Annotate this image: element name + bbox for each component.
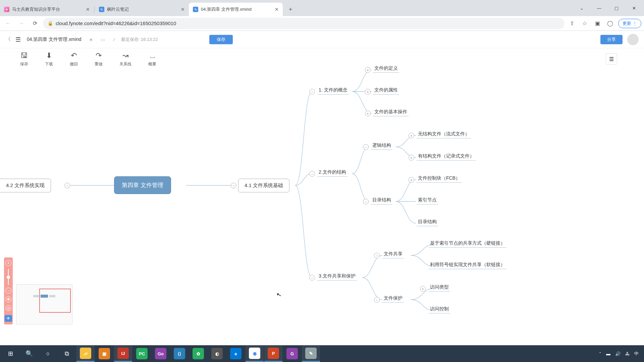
node-n2b2[interactable]: 索引节点 bbox=[417, 197, 438, 204]
new-tab-button[interactable]: + bbox=[285, 4, 296, 15]
nav-back-icon[interactable]: ← bbox=[3, 18, 13, 29]
toolbar-download[interactable]: ⬇下载 bbox=[45, 51, 53, 67]
node-n3a1[interactable]: 基于索引节点的共享方式（硬链接） bbox=[429, 240, 506, 248]
minimap-viewport[interactable] bbox=[39, 289, 71, 313]
node-n3b[interactable]: 文件保护 bbox=[382, 295, 404, 303]
zoom-out-icon[interactable]: − bbox=[5, 288, 11, 294]
node-n2[interactable]: 2.文件的结构 bbox=[317, 169, 347, 177]
taskbar-app-goland[interactable]: Go bbox=[152, 346, 170, 362]
cortana-icon[interactable]: ○ bbox=[39, 346, 57, 362]
zoom-fit-icon[interactable]: ✥ bbox=[5, 296, 11, 302]
node-n2a[interactable]: 逻辑结构 bbox=[371, 142, 392, 150]
taskbar-app-spring[interactable]: ✿ bbox=[189, 346, 207, 362]
node-n1c[interactable]: 文件的基本操作 bbox=[373, 109, 409, 116]
zoom-in-icon[interactable]: + bbox=[5, 260, 11, 266]
toolbar-summary[interactable]: ⎵概要 bbox=[148, 51, 156, 67]
node-n3a2[interactable]: 利用符号链实现文件共享（软链接） bbox=[429, 262, 506, 269]
node-n3a[interactable]: 文件共享 bbox=[382, 251, 404, 258]
zoom-track[interactable] bbox=[8, 269, 9, 285]
node-n1[interactable]: 1. 文件的概念 bbox=[317, 87, 349, 95]
toolbar-save[interactable]: 🖫保存 bbox=[20, 51, 28, 67]
browser-tab-3[interactable]: ✎ 04.第四章 文件管理.xmind ✕ bbox=[189, 3, 283, 16]
taskbar-app-eclipse[interactable]: ◐ bbox=[208, 346, 226, 362]
tab2-close-icon[interactable]: ✕ bbox=[181, 7, 185, 12]
node-n2a1[interactable]: 无结构文件（流式文件） bbox=[417, 131, 471, 138]
mindmap-canvas[interactable]: 4.2 文件系统实现 − 第四章 文件管理 − 4.1 文件系统基础 − 1. … bbox=[0, 70, 644, 345]
node-n2a2[interactable]: 有结构文件（记录式文件） bbox=[417, 153, 476, 161]
taskbar-app-pdf[interactable]: G bbox=[283, 346, 301, 362]
task-view-icon[interactable]: ⧉ bbox=[58, 346, 76, 362]
browser-tab-2[interactable]: ✎ 枫叶云笔记 ✕ bbox=[95, 3, 189, 16]
tray-chevron-icon[interactable]: ˄ bbox=[599, 351, 601, 356]
folder-icon[interactable]: ▭ bbox=[101, 37, 105, 42]
toggle-n2a1[interactable]: + bbox=[409, 133, 414, 138]
tab1-close-icon[interactable]: ✕ bbox=[86, 7, 90, 12]
toggle-n1c[interactable]: + bbox=[365, 111, 371, 116]
taskbar-app-vscode[interactable]: ⟨⟩ bbox=[170, 346, 189, 362]
node-n3b2[interactable]: 访问控制 bbox=[429, 306, 450, 313]
node-n3b1[interactable]: 访问类型 bbox=[429, 284, 450, 292]
app-menu-icon[interactable]: ☰ bbox=[15, 36, 21, 43]
node-n2b3[interactable]: 目录结构 bbox=[417, 219, 438, 226]
tray-network-icon[interactable]: 🖧 bbox=[625, 351, 630, 356]
taskbar-explorer[interactable]: 📁 bbox=[76, 346, 95, 362]
node-4-1[interactable]: 4.1 文件系统基础 bbox=[238, 179, 289, 192]
node-root[interactable]: 第四章 文件管理 bbox=[114, 176, 171, 194]
toggle-n3b[interactable]: − bbox=[374, 297, 380, 303]
toggle-n1a[interactable]: + bbox=[365, 67, 371, 73]
toggle-n1b[interactable]: + bbox=[365, 89, 371, 95]
tab-search-icon[interactable]: ⌄ bbox=[574, 3, 589, 13]
tray-volume-icon[interactable]: 🔊 bbox=[615, 351, 621, 356]
toggle-n3[interactable]: − bbox=[309, 275, 315, 281]
taskbar-search-icon[interactable]: 🔍 bbox=[20, 346, 38, 362]
tab3-close-icon[interactable]: ✕ bbox=[275, 7, 279, 12]
toolbar-redo[interactable]: ↷重做 bbox=[95, 51, 103, 67]
node-n2b[interactable]: 目录结构 bbox=[371, 197, 392, 204]
taskbar-app-vm[interactable]: ▣ bbox=[95, 346, 113, 362]
taskbar-app-notepad[interactable]: ✎ bbox=[302, 346, 320, 362]
url-field[interactable]: 🔒 cloud.fynote.com/edit?nid=46226&id=165… bbox=[43, 18, 565, 29]
node-n3[interactable]: 3.文件共享和保护 bbox=[317, 273, 357, 281]
toggle-n2b1[interactable]: + bbox=[409, 177, 414, 183]
toggle-n3a[interactable]: − bbox=[374, 253, 380, 258]
extensions-icon[interactable]: ▣ bbox=[593, 19, 602, 28]
avatar[interactable] bbox=[627, 34, 639, 45]
node-4-2[interactable]: 4.2 文件系统实现 bbox=[0, 179, 51, 192]
toggle-n2a[interactable]: − bbox=[363, 144, 369, 150]
save-button[interactable]: 保存 bbox=[209, 35, 233, 44]
node-n2b1[interactable]: 文件控制块（FCB） bbox=[417, 175, 462, 183]
taskbar-app-powerpoint[interactable]: P bbox=[264, 346, 282, 362]
nav-reload-icon[interactable]: ⟳ bbox=[30, 18, 40, 29]
zoom-target-icon[interactable]: ◎ bbox=[5, 305, 11, 311]
node-n1b[interactable]: 文件的属性 bbox=[373, 87, 399, 95]
taskbar-app-chrome[interactable]: ◉ bbox=[246, 346, 264, 362]
window-close-icon[interactable]: ✕ bbox=[627, 3, 641, 13]
window-maximize-icon[interactable]: ▢ bbox=[609, 3, 624, 13]
start-button[interactable]: ⊞ bbox=[1, 346, 19, 362]
profile-icon[interactable]: ◯ bbox=[605, 19, 615, 28]
bookmark-star-icon[interactable]: ☆ bbox=[580, 19, 589, 28]
app-back-icon[interactable]: 〈 bbox=[5, 36, 11, 43]
toggle-n2a2[interactable]: + bbox=[409, 155, 414, 161]
taskbar-app-intellij[interactable]: IJ bbox=[114, 346, 132, 362]
panel-toggle-icon[interactable]: ☰ bbox=[606, 53, 617, 65]
tray-battery-icon[interactable]: ▬ bbox=[606, 351, 610, 356]
toggle-n2b[interactable]: − bbox=[363, 199, 369, 204]
toggle-right-main[interactable]: − bbox=[231, 183, 236, 188]
taskbar-app-edge[interactable]: e bbox=[227, 346, 245, 362]
window-minimize-icon[interactable]: — bbox=[592, 3, 606, 13]
share-page-icon[interactable]: ⇪ bbox=[567, 19, 577, 28]
browser-tab-1[interactable]: ✦ 马士兵教育知识分享平台 ✕ bbox=[0, 3, 94, 16]
toggle-n3b1[interactable]: + bbox=[420, 286, 426, 292]
share-button[interactable]: 分享 bbox=[600, 35, 623, 44]
nav-forward-icon[interactable]: → bbox=[16, 18, 27, 29]
zoom-eye-icon[interactable]: 👁 bbox=[5, 315, 12, 322]
zoom-thumb[interactable] bbox=[7, 276, 10, 279]
node-n1a[interactable]: 文件的定义 bbox=[373, 65, 399, 73]
taskbar-app-pycharm[interactable]: PC bbox=[133, 346, 151, 362]
toggle-n2[interactable]: − bbox=[309, 171, 315, 177]
toolbar-relation[interactable]: ↝关系线 bbox=[119, 51, 131, 67]
browser-update-button[interactable]: 更新 ⋮ bbox=[618, 19, 641, 28]
minimap[interactable] bbox=[16, 284, 72, 324]
toggle-n1[interactable]: − bbox=[309, 89, 315, 95]
